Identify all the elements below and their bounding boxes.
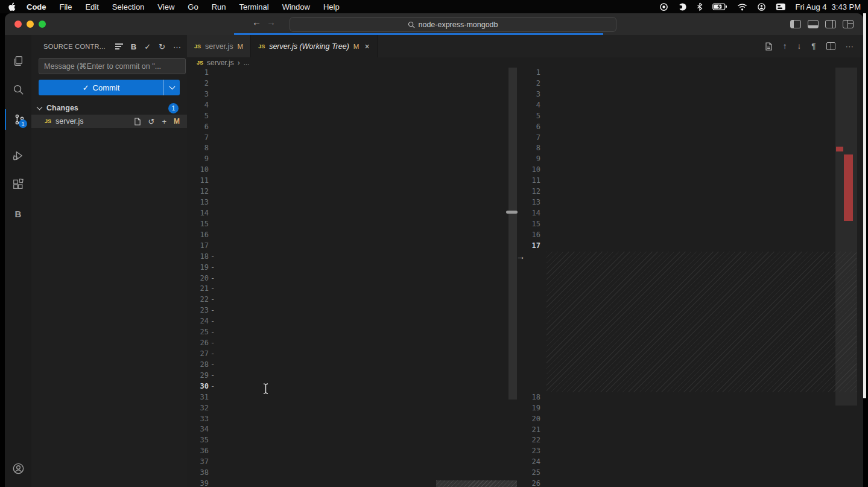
code-line[interactable]: 5 xyxy=(187,111,517,122)
nav-forward-icon[interactable]: → xyxy=(267,17,276,27)
bluetooth-icon[interactable] xyxy=(697,2,703,11)
zoom-window-button[interactable] xyxy=(39,21,46,28)
code-line[interactable]: 15 xyxy=(525,219,863,230)
battery-icon[interactable] xyxy=(712,3,727,10)
code-line[interactable]: 11 xyxy=(525,176,863,186)
code-line[interactable]: 16 xyxy=(187,230,517,241)
code-line[interactable]: 17 xyxy=(525,241,863,252)
customize-layout-icon[interactable] xyxy=(843,20,854,28)
commit-message-input[interactable]: Message (⌘Enter to commit on "... xyxy=(39,58,186,74)
minimize-window-button[interactable] xyxy=(27,21,34,28)
code-line[interactable]: 24- xyxy=(187,316,517,327)
menu-item-edit[interactable]: Edit xyxy=(78,2,105,11)
changes-section-header[interactable]: Changes 1 xyxy=(31,101,187,115)
code-line[interactable]: 28- xyxy=(187,360,517,371)
apple-logo-icon[interactable] xyxy=(8,2,16,11)
diff-original-pane[interactable]: 123456789101112131415161718-19-20-21-22-… xyxy=(187,68,517,487)
extensions-icon[interactable] xyxy=(5,174,31,195)
code-line[interactable]: 25- xyxy=(187,327,517,338)
code-line[interactable]: 15 xyxy=(187,219,517,230)
menu-item-selection[interactable]: Selection xyxy=(106,2,151,11)
menu-item-go[interactable]: Go xyxy=(181,2,204,11)
code-line[interactable]: 7 xyxy=(525,133,863,144)
code-line[interactable]: 34 xyxy=(187,424,517,435)
code-line[interactable]: 6 xyxy=(525,122,863,133)
code-line[interactable]: 26- xyxy=(187,338,517,349)
display-icon[interactable] xyxy=(678,2,687,11)
code-line[interactable]: 6 xyxy=(187,122,517,133)
code-line[interactable]: 12 xyxy=(187,186,517,197)
code-line[interactable]: 16 xyxy=(525,230,863,241)
code-line[interactable]: 21 xyxy=(525,425,863,436)
code-line[interactable]: 1 xyxy=(525,68,863,78)
code-line[interactable]: 11 xyxy=(187,176,517,186)
code-line[interactable]: 29- xyxy=(187,371,517,381)
code-line[interactable]: 23 xyxy=(525,446,863,457)
tab-server-js[interactable]: JS server.js M xyxy=(187,35,251,57)
code-line[interactable]: 23- xyxy=(187,305,517,316)
code-line[interactable]: 2 xyxy=(187,78,517,89)
code-line[interactable]: 14 xyxy=(187,208,517,219)
menu-item-terminal[interactable]: Terminal xyxy=(233,2,276,11)
menu-item-help[interactable]: Help xyxy=(317,2,346,11)
b-action-icon[interactable]: B xyxy=(131,42,136,51)
whitespace-toggle-icon[interactable]: ¶ xyxy=(811,42,816,51)
stage-manager-icon[interactable] xyxy=(776,3,786,11)
commit-button[interactable]: ✓ Commit xyxy=(39,80,180,95)
more-actions-icon[interactable]: ··· xyxy=(173,42,181,51)
code-line[interactable]: 4 xyxy=(187,100,517,111)
code-line[interactable]: 26 xyxy=(525,479,863,487)
code-line[interactable]: 13 xyxy=(187,197,517,208)
code-line[interactable]: 38 xyxy=(187,468,517,479)
code-line[interactable]: 20- xyxy=(187,273,517,284)
refresh-icon[interactable]: ↻ xyxy=(159,42,165,51)
code-line[interactable]: 8 xyxy=(525,143,863,154)
wifi-icon[interactable] xyxy=(737,3,747,11)
code-line[interactable]: 36 xyxy=(187,446,517,457)
source-control-icon[interactable] xyxy=(5,109,33,130)
code-line[interactable]: 3 xyxy=(187,89,517,100)
code-line[interactable]: 3 xyxy=(525,89,863,100)
code-line[interactable]: 9 xyxy=(525,154,863,165)
code-line[interactable]: 4 xyxy=(525,100,863,111)
code-line[interactable]: 33 xyxy=(187,414,517,425)
focus-icon[interactable] xyxy=(757,2,766,11)
code-line[interactable]: 7 xyxy=(187,133,517,144)
toggle-primary-sidebar-icon[interactable] xyxy=(790,20,801,28)
code-line[interactable]: 2 xyxy=(525,78,863,89)
code-line[interactable]: 10 xyxy=(187,165,517,176)
close-window-button[interactable] xyxy=(14,21,22,28)
code-line[interactable]: 21- xyxy=(187,284,517,294)
more-actions-icon[interactable]: ··· xyxy=(846,42,854,51)
nav-back-icon[interactable]: ← xyxy=(252,17,261,27)
commit-dropdown-button[interactable] xyxy=(163,80,180,95)
window-titlebar[interactable]: ← → node-express-mongodb xyxy=(5,13,863,36)
code-line[interactable]: 18 xyxy=(525,392,863,403)
previous-change-icon[interactable]: ↑ xyxy=(783,42,787,51)
changed-file-row[interactable]: JS server.js ↺ + M xyxy=(31,115,187,128)
breadcrumb-file[interactable]: server.js xyxy=(207,59,234,67)
code-line[interactable]: 35 xyxy=(187,435,517,446)
menu-item-view[interactable]: View xyxy=(151,2,181,11)
code-line[interactable]: 19 xyxy=(525,403,863,414)
code-line[interactable]: 13 xyxy=(525,197,863,208)
menu-item-code[interactable]: Code xyxy=(20,2,53,11)
code-line[interactable]: 37 xyxy=(187,457,517,468)
left-scrollbar[interactable] xyxy=(508,68,517,399)
code-line[interactable]: 27- xyxy=(187,349,517,360)
code-line[interactable]: 24 xyxy=(525,457,863,468)
code-line[interactable]: 5 xyxy=(525,111,863,122)
next-change-icon[interactable]: ↓ xyxy=(797,42,801,51)
breadcrumb[interactable]: JS server.js › ... xyxy=(187,57,863,68)
code-line[interactable]: 20 xyxy=(525,414,863,425)
code-line[interactable]: 22- xyxy=(187,294,517,305)
toggle-panel-icon[interactable] xyxy=(808,20,819,28)
split-editor-icon[interactable] xyxy=(826,42,835,50)
close-icon[interactable]: × xyxy=(364,42,369,51)
left-scrollbar-handle[interactable] xyxy=(506,211,518,214)
horizontal-scrollbar[interactable] xyxy=(436,480,517,487)
menu-item-window[interactable]: Window xyxy=(276,2,317,11)
code-line[interactable]: 10 xyxy=(525,165,863,176)
code-line[interactable]: 32 xyxy=(187,403,517,414)
code-line[interactable]: 9 xyxy=(187,154,517,165)
